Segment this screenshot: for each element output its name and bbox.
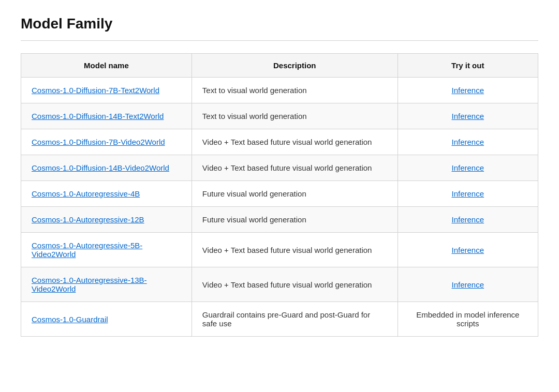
try-it-out-cell[interactable]: Inference bbox=[398, 155, 538, 181]
description-cell: Video + Text based future visual world g… bbox=[192, 155, 398, 181]
inference-link[interactable]: Inference bbox=[452, 280, 484, 289]
inference-link[interactable]: Inference bbox=[452, 86, 484, 95]
try-it-out-cell: Embedded in model inference scripts bbox=[398, 302, 538, 337]
divider bbox=[21, 40, 538, 41]
table-row: Cosmos-1.0-Autoregressive-13B-Video2Worl… bbox=[21, 267, 538, 302]
table-body: Cosmos-1.0-Diffusion-7B-Text2WorldText t… bbox=[21, 78, 538, 337]
model-name-cell[interactable]: Cosmos-1.0-Autoregressive-13B-Video2Worl… bbox=[21, 267, 192, 302]
inference-link[interactable]: Inference bbox=[452, 112, 484, 120]
try-it-out-cell[interactable]: Inference bbox=[398, 129, 538, 155]
inference-link[interactable]: Inference bbox=[452, 246, 484, 254]
model-name-link[interactable]: Cosmos-1.0-Autoregressive-5B-Video2World bbox=[32, 241, 142, 259]
col-header-description: Description bbox=[192, 54, 398, 78]
description-cell: Future visual world generation bbox=[192, 181, 398, 207]
try-it-out-cell[interactable]: Inference bbox=[398, 267, 538, 302]
model-name-link[interactable]: Cosmos-1.0-Autoregressive-13B-Video2Worl… bbox=[32, 276, 147, 293]
table-row: Cosmos-1.0-Diffusion-14B-Video2WorldVide… bbox=[21, 155, 538, 181]
table-row: Cosmos-1.0-Diffusion-14B-Text2WorldText … bbox=[21, 103, 538, 129]
model-name-link[interactable]: Cosmos-1.0-Diffusion-14B-Text2World bbox=[32, 112, 164, 120]
description-cell: Guardrail contains pre-Guard and post-Gu… bbox=[192, 302, 398, 337]
try-it-out-cell[interactable]: Inference bbox=[398, 181, 538, 207]
inference-link[interactable]: Inference bbox=[452, 163, 484, 172]
table-row: Cosmos-1.0-Autoregressive-5B-Video2World… bbox=[21, 233, 538, 267]
description-cell: Text to visual world generation bbox=[192, 103, 398, 129]
description-cell: Text to visual world generation bbox=[192, 78, 398, 103]
try-it-out-cell[interactable]: Inference bbox=[398, 207, 538, 233]
try-it-out-cell[interactable]: Inference bbox=[398, 78, 538, 103]
model-name-link[interactable]: Cosmos-1.0-Diffusion-7B-Video2World bbox=[32, 138, 165, 146]
model-name-cell[interactable]: Cosmos-1.0-Diffusion-7B-Text2World bbox=[21, 78, 192, 103]
col-header-try-it-out: Try it out bbox=[398, 54, 538, 78]
model-name-link[interactable]: Cosmos-1.0-Diffusion-14B-Video2World bbox=[32, 163, 169, 172]
try-it-out-cell[interactable]: Inference bbox=[398, 103, 538, 129]
page-title: Model Family bbox=[21, 16, 538, 32]
model-name-cell[interactable]: Cosmos-1.0-Diffusion-14B-Text2World bbox=[21, 103, 192, 129]
inference-link[interactable]: Inference bbox=[452, 138, 484, 146]
model-family-table: Model name Description Try it out Cosmos… bbox=[21, 53, 538, 337]
model-name-link[interactable]: Cosmos-1.0-Autoregressive-12B bbox=[32, 215, 144, 224]
table-row: Cosmos-1.0-Diffusion-7B-Video2WorldVideo… bbox=[21, 129, 538, 155]
table-row: Cosmos-1.0-Diffusion-7B-Text2WorldText t… bbox=[21, 78, 538, 103]
inference-link[interactable]: Inference bbox=[452, 189, 484, 198]
description-cell: Video + Text based future visual world g… bbox=[192, 267, 398, 302]
model-name-link[interactable]: Cosmos-1.0-Autoregressive-4B bbox=[32, 189, 140, 198]
model-name-link[interactable]: Cosmos-1.0-Guardrail bbox=[32, 315, 108, 324]
inference-link[interactable]: Inference bbox=[452, 215, 484, 224]
description-cell: Future visual world generation bbox=[192, 207, 398, 233]
model-name-cell[interactable]: Cosmos-1.0-Autoregressive-12B bbox=[21, 207, 192, 233]
model-name-cell[interactable]: Cosmos-1.0-Autoregressive-5B-Video2World bbox=[21, 233, 192, 267]
model-name-cell[interactable]: Cosmos-1.0-Guardrail bbox=[21, 302, 192, 337]
model-name-link[interactable]: Cosmos-1.0-Diffusion-7B-Text2World bbox=[32, 86, 159, 95]
model-name-cell[interactable]: Cosmos-1.0-Diffusion-7B-Video2World bbox=[21, 129, 192, 155]
table-row: Cosmos-1.0-Autoregressive-4BFuture visua… bbox=[21, 181, 538, 207]
model-name-cell[interactable]: Cosmos-1.0-Diffusion-14B-Video2World bbox=[21, 155, 192, 181]
col-header-model-name: Model name bbox=[21, 54, 192, 78]
try-it-out-cell[interactable]: Inference bbox=[398, 233, 538, 267]
description-cell: Video + Text based future visual world g… bbox=[192, 233, 398, 267]
table-row: Cosmos-1.0-Autoregressive-12BFuture visu… bbox=[21, 207, 538, 233]
table-row: Cosmos-1.0-GuardrailGuardrail contains p… bbox=[21, 302, 538, 337]
table-header: Model name Description Try it out bbox=[21, 54, 538, 78]
model-name-cell[interactable]: Cosmos-1.0-Autoregressive-4B bbox=[21, 181, 192, 207]
description-cell: Video + Text based future visual world g… bbox=[192, 129, 398, 155]
